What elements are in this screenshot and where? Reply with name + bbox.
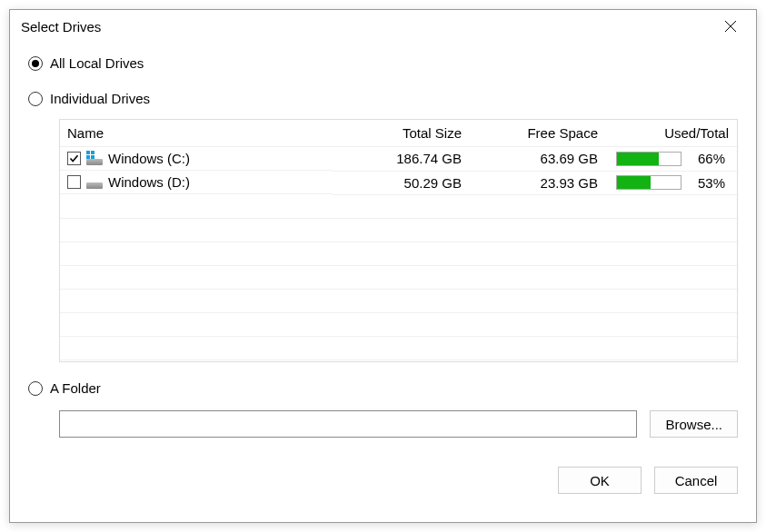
usage-percent: 53%: [689, 175, 725, 191]
drive-name: Windows (C:): [108, 151, 190, 166]
dialog-content: All Local Drives Individual Drives Name …: [10, 43, 756, 522]
radio-selected-dot: [32, 60, 39, 67]
radio-label: Individual Drives: [50, 91, 150, 106]
table-row-empty: [60, 289, 738, 312]
cell-total-size: 50.29 GB: [333, 171, 469, 194]
radio-icon: [28, 56, 43, 71]
radio-label: A Folder: [50, 380, 101, 396]
folder-path-input[interactable]: [59, 410, 637, 438]
cell-total-size: 186.74 GB: [333, 147, 469, 172]
table-row[interactable]: Windows (C:)186.74 GB63.69 GB66%: [60, 147, 738, 172]
cell-used-total: 53%: [605, 171, 738, 194]
cell-free-space: 63.69 GB: [469, 147, 605, 172]
close-button[interactable]: [716, 12, 745, 41]
titlebar: Select Drives: [10, 10, 756, 43]
cancel-button[interactable]: Cancel: [654, 467, 738, 494]
col-header-free[interactable]: Free Space: [469, 120, 605, 147]
drive-icon: [86, 176, 103, 189]
cell-name: Windows (D:): [60, 171, 333, 194]
drive-name: Windows (D:): [108, 174, 190, 190]
col-header-name[interactable]: Name: [60, 120, 333, 147]
close-icon: [724, 20, 737, 33]
radio-individual-drives[interactable]: Individual Drives: [28, 85, 738, 112]
cell-free-space: 23.93 GB: [469, 171, 605, 194]
ok-button[interactable]: OK: [558, 467, 642, 494]
table-row-empty: [60, 312, 738, 336]
table-row-empty: [60, 265, 738, 289]
col-header-total[interactable]: Total Size: [333, 120, 469, 147]
drives-table-panel: Name Total Size Free Space Used/Total Wi…: [59, 119, 738, 362]
browse-button[interactable]: Browse...: [650, 410, 738, 438]
drive-checkbox[interactable]: [67, 152, 81, 165]
col-header-used[interactable]: Used/Total: [605, 120, 738, 147]
dialog-title: Select Drives: [21, 19, 101, 34]
cell-name: Windows (C:): [60, 147, 333, 171]
radio-icon: [28, 92, 43, 106]
table-row[interactable]: Windows (D:)50.29 GB23.93 GB53%: [60, 171, 738, 194]
usage-bar: [616, 175, 681, 190]
check-icon: [69, 153, 79, 163]
drive-icon: [86, 153, 103, 165]
table-row-empty: [60, 241, 738, 265]
radio-all-local-drives[interactable]: All Local Drives: [28, 50, 738, 76]
usage-bar: [616, 152, 681, 166]
folder-section: A Folder Browse...: [28, 375, 738, 438]
usage-percent: 66%: [689, 151, 725, 166]
radio-a-folder[interactable]: A Folder: [28, 375, 738, 401]
select-drives-dialog: Select Drives All Local Drives Individua…: [9, 9, 757, 523]
radio-label: All Local Drives: [50, 55, 144, 71]
cell-used-total: 66%: [605, 147, 738, 172]
table-row-empty: [60, 218, 738, 241]
drives-table: Name Total Size Free Space Used/Total Wi…: [60, 120, 738, 360]
table-row-empty: [60, 336, 738, 360]
table-row-empty: [60, 194, 738, 218]
radio-icon: [28, 381, 43, 396]
drive-checkbox[interactable]: [67, 175, 81, 189]
dialog-footer: OK Cancel: [28, 467, 738, 494]
